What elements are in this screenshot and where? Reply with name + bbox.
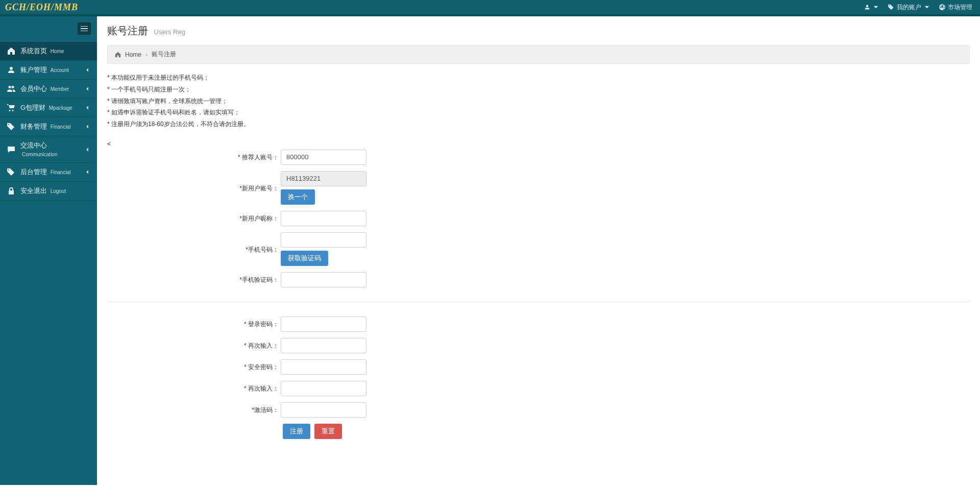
note-line: * 如遇申诉需验证手机号码和姓名，请如实填写； (107, 107, 970, 118)
sidebar-item-label: 账户管理 Account (20, 65, 85, 75)
page-subtitle: Users Reg (154, 28, 185, 36)
sidebar-nav: 系统首页 Home账户管理 Account会员中心 MemberG包理财 Mpa… (0, 42, 97, 201)
breadcrumb-separator: › (145, 51, 148, 58)
label-activation: *激活码： (107, 402, 281, 415)
sidebar-item-label: G包理财 Mpackage (20, 103, 85, 112)
input-safe-pwd[interactable] (281, 359, 366, 375)
sidebar-item-2[interactable]: 会员中心 Member (0, 80, 97, 99)
breadcrumb-current: 账号注册 (152, 50, 176, 59)
globe-icon (939, 4, 945, 10)
sidebar-item-label: 后台管理 Financial (20, 167, 85, 177)
tags-icon (7, 123, 15, 131)
label-referrer: * 推荐人账号： (107, 150, 281, 162)
market-mgmt-label: 市场管理 (948, 3, 972, 12)
sidebar-item-label: 安全退出 Logout (20, 186, 90, 196)
page-title-text: 账号注册 (107, 25, 148, 36)
menu-toggle-button[interactable] (78, 22, 91, 35)
my-account-label: 我的账户 (897, 3, 921, 12)
submit-button[interactable]: 注册 (283, 424, 310, 439)
row-nickname: *新用户昵称： (107, 211, 970, 226)
form-actions: 注册 重置 (283, 424, 970, 439)
cart-icon (7, 104, 15, 112)
user-menu[interactable] (864, 4, 879, 10)
sidebar-item-label: 财务管理 Financial (20, 122, 85, 131)
sidebar-item-1[interactable]: 账户管理 Account (0, 61, 97, 80)
sidebar-item-4[interactable]: 财务管理 Financial (0, 117, 97, 136)
label-nickname: *新用户昵称： (107, 211, 281, 223)
input-new-account (281, 171, 366, 186)
label-new-account: *新用户账号： (107, 171, 281, 193)
page-title: 账号注册 Users Reg (107, 24, 970, 38)
label-safe-pwd: * 安全密码： (107, 359, 281, 372)
row-safe-pwd: * 安全密码： (107, 359, 970, 375)
row-phone-code: *手机验证码： (107, 272, 970, 287)
change-account-button[interactable]: 换一个 (281, 189, 315, 205)
menu-toggle-wrap (0, 16, 97, 42)
note-line: * 一个手机号码只能注册一次； (107, 84, 970, 95)
home-icon (115, 52, 121, 58)
chevron-left-icon (85, 67, 90, 72)
input-phone-code[interactable] (281, 272, 366, 287)
form-divider (107, 302, 970, 302)
input-activation[interactable] (281, 402, 366, 418)
label-login-pwd: * 登录密码： (107, 316, 281, 329)
note-line: * 注册用户须为18-60岁合法公民，不符合请勿注册。 (107, 118, 970, 130)
label-phone-code: *手机验证码： (107, 272, 281, 284)
sidebar-item-3[interactable]: G包理财 Mpackage (0, 99, 97, 117)
row-phone: *手机号码： 获取验证码 (107, 232, 970, 266)
sidebar-item-5[interactable]: 交流中心 Communication (0, 136, 97, 163)
chevron-left-icon (85, 124, 90, 129)
note-line: * 本功能仅用于未注册过的手机号码； (107, 72, 970, 84)
note-line: * 请细致填写账户资料，全球系统统一管理； (107, 95, 970, 107)
user-icon (7, 66, 15, 74)
sidebar: 系统首页 Home账户管理 Account会员中心 MemberG包理财 Mpa… (0, 16, 97, 485)
home-icon (7, 47, 15, 55)
topbar-right: 我的账户 市场管理 (864, 3, 972, 12)
get-code-button[interactable]: 获取验证码 (281, 251, 328, 266)
tags-icon (7, 168, 15, 176)
chat-icon (7, 145, 15, 154)
brand-logo: GCH/EOH/MMB (5, 2, 78, 13)
my-account-menu[interactable]: 我的账户 (888, 3, 930, 12)
label-login-pwd2: * 再次输入： (107, 338, 281, 350)
user-icon (864, 4, 870, 10)
input-phone[interactable] (281, 232, 366, 248)
users-icon (7, 85, 15, 93)
chevron-left-icon (85, 105, 90, 110)
sidebar-item-7[interactable]: 安全退出 Logout (0, 182, 97, 201)
row-safe-pwd2: * 再次输入： (107, 381, 970, 396)
chevron-left-icon (85, 86, 90, 91)
input-login-pwd[interactable] (281, 316, 366, 332)
sidebar-item-label: 系统首页 Home (20, 46, 90, 56)
row-login-pwd: * 登录密码： (107, 316, 970, 332)
reset-button[interactable]: 重置 (314, 424, 342, 439)
chevron-down-icon (924, 4, 930, 10)
chevron-left-icon (85, 147, 90, 152)
label-phone: *手机号码： (107, 232, 281, 254)
top-navbar: GCH/EOH/MMB 我的账户 市场管理 (0, 0, 980, 16)
sidebar-item-6[interactable]: 后台管理 Financial (0, 163, 97, 182)
sidebar-item-label: 交流中心 Communication (20, 141, 85, 158)
input-referrer[interactable] (281, 150, 366, 165)
label-safe-pwd2: * 再次输入： (107, 381, 281, 393)
notes-block: * 本功能仅用于未注册过的手机号码；* 一个手机号码只能注册一次；* 请细致填写… (107, 72, 970, 130)
market-management-link[interactable]: 市场管理 (939, 3, 972, 12)
row-new-account: *新用户账号： 换一个 (107, 171, 970, 205)
sidebar-item-label: 会员中心 Member (20, 84, 85, 93)
chevron-left-icon (85, 169, 90, 175)
row-activation: *激活码： (107, 402, 970, 418)
input-login-pwd2[interactable] (281, 338, 366, 353)
stray-text: < (107, 140, 970, 148)
breadcrumb-home[interactable]: Home (125, 51, 141, 58)
input-nickname[interactable] (281, 211, 366, 226)
sidebar-item-0[interactable]: 系统首页 Home (0, 42, 97, 61)
chevron-down-icon (873, 4, 879, 10)
breadcrumb: Home › 账号注册 (107, 45, 970, 64)
row-referrer: * 推荐人账号： (107, 150, 970, 165)
main-content: 账号注册 Users Reg Home › 账号注册 * 本功能仅用于未注册过的… (97, 16, 980, 485)
lock-icon (7, 187, 15, 195)
tags-icon (888, 4, 894, 10)
input-safe-pwd2[interactable] (281, 381, 366, 396)
row-login-pwd2: * 再次输入： (107, 338, 970, 353)
